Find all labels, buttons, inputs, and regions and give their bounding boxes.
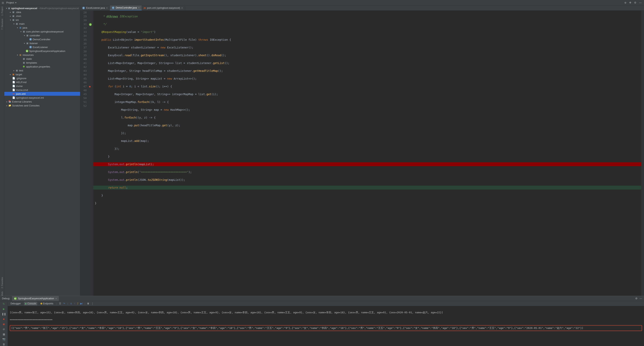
trace-icon[interactable]: ⋮ — [91, 302, 94, 305]
class-icon: C — [29, 38, 32, 41]
tree-extlib[interactable]: ▸📚External Libraries — [4, 100, 80, 103]
close-icon[interactable]: × — [138, 6, 140, 9]
pause-icon[interactable]: ❚❚ — [2, 312, 6, 316]
tree-appprops[interactable]: ⬢application.properties — [4, 65, 80, 68]
rerun-icon[interactable]: ↻ — [2, 302, 6, 305]
tree-mvnw[interactable]: 📄mvnw — [4, 84, 80, 88]
hide-icon[interactable]: — — [640, 297, 642, 300]
breakpoint-icon[interactable]: ● — [89, 84, 90, 88]
tree-mvn[interactable]: ▸▣.mvn — [4, 14, 80, 18]
tool-favorites[interactable]: 2: Favorites — [1, 277, 3, 288]
expand-icon[interactable]: ✥ — [629, 1, 631, 4]
chevron-right-icon[interactable]: ▸ — [12, 69, 15, 72]
console-line: [{sex=男, name=张三, age=15}, {sex=女, name=… — [10, 311, 642, 314]
chevron-down-icon[interactable]: ▾ — [16, 27, 19, 29]
tree-scratches[interactable]: ▸📁Scratches and Consoles — [4, 103, 80, 107]
tree-java[interactable]: ▾▣java — [4, 26, 80, 29]
resume-icon[interactable]: ▶ — [2, 307, 6, 310]
chevron-down-icon[interactable]: ▾ — [9, 19, 12, 21]
trash-icon[interactable]: 🗑 — [2, 343, 6, 346]
tool-web[interactable]: Web — [1, 292, 3, 296]
tree-test[interactable]: ▸▣test — [4, 68, 80, 72]
tree-pom[interactable]: mpom.xml — [4, 92, 80, 96]
chevron-right-icon[interactable]: ▸ — [9, 15, 12, 17]
evaluate-icon[interactable]: 🖩 — [87, 302, 90, 305]
tab-pom[interactable]: mpom.xml (springboot-easyexcel)× — [142, 5, 185, 10]
endpoints-tab[interactable]: ⬢ Endpoints — [39, 302, 54, 305]
step-into-icon[interactable]: ↓ — [67, 302, 68, 305]
tree-resources[interactable]: ▾▣resources — [4, 53, 80, 57]
chevron-right-icon[interactable]: ▸ — [6, 101, 8, 103]
chevron-down-icon[interactable]: ▾ — [6, 7, 8, 9]
tree-main[interactable]: ▾▣main — [4, 22, 80, 26]
editor-area: CExcelListener.java× CDemoController.jav… — [80, 5, 644, 296]
tree-iml[interactable]: 📄springboot-easyexcel.iml — [4, 96, 80, 100]
close-icon[interactable]: × — [55, 297, 57, 300]
project-tree[interactable]: ▾ ▣ springboot-easyexcel ~/IdeaProjects/… — [4, 5, 80, 296]
tab-democontroller[interactable]: CDemoController.java× — [110, 5, 142, 10]
maven-icon: m — [12, 92, 15, 95]
tree-label: ExcelListener — [33, 46, 48, 49]
close-icon[interactable]: × — [181, 6, 183, 9]
tree-springapp[interactable]: ▶ SpringbootEasyexcelApplication — [4, 49, 80, 53]
tab-excellistener[interactable]: CExcelListener.java× — [80, 5, 110, 10]
chevron-down-icon[interactable]: ▾ — [20, 30, 22, 33]
class-icon: C — [29, 46, 32, 48]
tree-pkg[interactable]: ▾▣com.ybchen.springbooteasyexcel — [4, 29, 80, 33]
tree-listener[interactable]: ▾▣listener — [4, 41, 80, 45]
mute-breakpoints-icon[interactable]: ⊘ — [2, 328, 6, 331]
project-dropdown-arrow[interactable]: ▾ — [15, 1, 16, 4]
console-tab[interactable]: ▶ Console — [24, 302, 37, 305]
chevron-down-icon[interactable]: ▾ — [16, 54, 19, 56]
stop-icon[interactable]: ■ — [2, 317, 6, 321]
layout-icon[interactable]: ▦ — [2, 333, 6, 336]
folder-icon: ▣ — [8, 6, 10, 10]
camera-icon[interactable]: 📷 — [2, 338, 6, 341]
target-icon: ▣ — [12, 73, 15, 76]
gear-icon[interactable]: ⚙ — [634, 1, 636, 4]
drop-frame-icon[interactable]: ⤴ — [77, 302, 78, 305]
editor-body[interactable]: 28 29 30 31 32 33 34 35 36 37 38 39 40 4… — [80, 10, 644, 296]
tree-mvnwcmd[interactable]: 📄mvnw.cmd — [4, 88, 80, 92]
chevron-right-icon[interactable]: ▸ — [6, 104, 8, 107]
file-icon: 📄 — [12, 84, 15, 88]
frames-icon[interactable]: ☰ — [59, 302, 61, 305]
tool-structure[interactable]: 7: Structure — [1, 19, 3, 30]
tree-excellistener[interactable]: C ExcelListener — [4, 45, 80, 49]
chevron-right-icon[interactable]: ▸ — [9, 11, 12, 13]
tree-templates[interactable]: ▣templates — [4, 61, 80, 65]
step-out-icon[interactable]: ↑ — [74, 302, 75, 305]
project-label[interactable]: Project — [6, 1, 14, 4]
hide-icon[interactable]: — — [639, 1, 642, 4]
icon-gutter[interactable]: @ ● — [89, 10, 93, 296]
tree-help[interactable]: 📄HELP.md — [4, 80, 80, 84]
tree-static[interactable]: ▣static — [4, 57, 80, 61]
tree-target[interactable]: ▸▣target — [4, 72, 80, 76]
tree-democontroller[interactable]: C DemoController — [4, 37, 80, 41]
code-content[interactable]: * @throws IOException */ @RequestMapping… — [93, 10, 641, 296]
debug-runconfig-tab[interactable]: ▶ SpringbootEasyexcelApplication × — [12, 296, 59, 301]
endpoint-gutter-icon[interactable]: @ — [89, 22, 92, 26]
console-output[interactable]: [{sex=男, name=张三, age=15}, {sex=女, name=… — [8, 306, 644, 346]
force-step-into-icon[interactable]: ⇓ — [70, 302, 72, 305]
breakpoints-icon[interactable]: ◉ — [2, 323, 6, 326]
chevron-down-icon[interactable]: ▾ — [23, 42, 26, 44]
line-number: 34 — [83, 34, 87, 38]
chevron-down-icon[interactable]: ▾ — [12, 23, 15, 25]
step-over-icon[interactable]: ↷ — [63, 302, 65, 305]
close-icon[interactable]: × — [106, 6, 108, 9]
error-stripe[interactable] — [641, 10, 644, 296]
debugger-tab[interactable]: Debugger — [9, 302, 22, 305]
tree-src[interactable]: ▾▣src — [4, 18, 80, 22]
chevron-right-icon[interactable]: ▸ — [9, 73, 12, 75]
gear-icon[interactable]: ⚙ — [635, 297, 638, 300]
folder-icon: ▣ — [12, 10, 15, 14]
tree-root[interactable]: ▾ ▣ springboot-easyexcel ~/IdeaProjects/… — [4, 6, 80, 10]
tree-gitignore[interactable]: 📄.gitignore — [4, 76, 80, 80]
tree-idea[interactable]: ▸▣.idea — [4, 10, 80, 14]
tree-controller[interactable]: ▾▣controller — [4, 33, 80, 37]
locate-icon[interactable]: ⊕ — [624, 1, 626, 4]
tool-project[interactable]: 1: Project — [1, 6, 3, 15]
chevron-down-icon[interactable]: ▾ — [23, 34, 26, 36]
run-to-cursor-icon[interactable]: ▶I — [80, 302, 82, 305]
